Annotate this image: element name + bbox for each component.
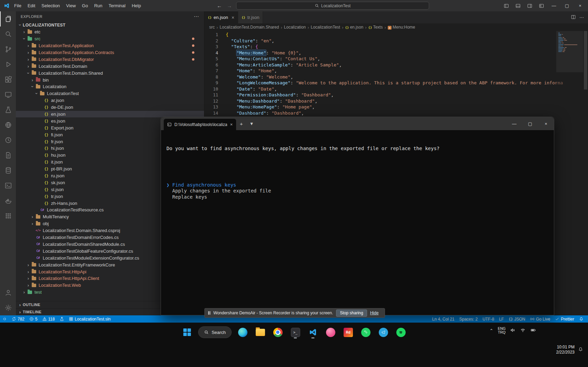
tree-item[interactable]: ›etc	[16, 29, 204, 35]
terminal-content[interactable]: Do you want to find asynchronous keys, a…	[161, 130, 554, 315]
status-go-live[interactable]: Go Live	[528, 315, 552, 323]
activitybar-docs[interactable]	[0, 148, 16, 163]
minimize-button[interactable]: —	[548, 1, 560, 10]
customize-layout-icon[interactable]	[536, 2, 547, 10]
activitybar-settings[interactable]	[0, 300, 16, 315]
activitybar-remote-explorer[interactable]	[0, 87, 16, 102]
activitybar-testing[interactable]	[0, 102, 16, 117]
taskbar-app-spotify[interactable]	[394, 326, 407, 339]
menu-selection[interactable]: Selection	[38, 2, 63, 9]
tree-item[interactable]: ›LocalizationTest	[16, 90, 204, 97]
minimap[interactable]	[556, 31, 583, 315]
terminal-minimize-button[interactable]: —	[506, 117, 522, 130]
breadcrumb-item[interactable]: a Menu:Home	[388, 25, 415, 30]
close-button[interactable]: ×	[574, 1, 586, 10]
activitybar-database[interactable]	[0, 163, 16, 178]
status-782[interactable]: 782	[9, 315, 27, 323]
terminal-option[interactable]: ❯ Find asynchronous keys	[166, 182, 548, 188]
tree-item[interactable]: ›LocalizationTest.Application.Contracts	[16, 49, 204, 56]
toggle-sidebar-icon[interactable]	[501, 2, 511, 10]
code-line[interactable]: 2"Culture": "en",	[204, 38, 554, 44]
taskbar-app-pink-app[interactable]	[324, 326, 337, 339]
status-bell[interactable]	[577, 315, 586, 323]
menu-help[interactable]: Help	[129, 2, 144, 9]
status-lf[interactable]: LF	[497, 315, 506, 323]
taskbar-app-telegram[interactable]	[377, 326, 390, 339]
status-beaker[interactable]	[57, 315, 67, 323]
tree-item[interactable]: ›{}ar.json	[16, 97, 204, 104]
back-arrow-icon[interactable]: ←	[216, 3, 223, 9]
stop-sharing-button[interactable]: Stop sharing	[336, 310, 367, 317]
status-remote[interactable]	[0, 315, 9, 323]
activitybar-source-control[interactable]	[0, 42, 16, 57]
terminal-tab[interactable]: D:\Volosoft\abp\tools\localiza ×	[164, 119, 236, 130]
status-prettier[interactable]: Prettier	[552, 315, 577, 323]
activitybar-docker[interactable]	[0, 193, 16, 208]
tree-item[interactable]: ›bin	[16, 76, 204, 83]
terminal-drag-area[interactable]	[257, 117, 506, 130]
code-line[interactable]: 3"Texts": {	[204, 44, 554, 50]
tree-item[interactable]: ›LocalizationTest.Domain	[16, 63, 204, 70]
editor-scrollbar[interactable]	[583, 31, 588, 315]
toggle-panel-icon[interactable]	[513, 2, 523, 10]
start-button[interactable]	[181, 326, 194, 339]
code-line[interactable]: 8"Welcome": "Welcome",	[204, 74, 554, 80]
taskbar-app-rider[interactable]: Rd	[342, 326, 355, 339]
wifi-icon[interactable]	[520, 327, 526, 334]
activitybar-terminal[interactable]	[0, 178, 16, 193]
status-utf-8[interactable]: UTF-8	[480, 315, 497, 323]
tree-item[interactable]: ›src	[16, 35, 204, 42]
menu-edit[interactable]: Edit	[24, 2, 38, 9]
tab-tr.json[interactable]: {}tr.json	[238, 11, 263, 23]
code-line[interactable]: 12"Menu:Dashboard": "Dashboard",	[204, 98, 554, 104]
hide-link[interactable]: Hide	[370, 311, 379, 315]
status-json[interactable]: {}JSON	[506, 315, 528, 323]
minimap-slider[interactable]	[556, 31, 583, 72]
terminal-maximize-button[interactable]: ▢	[522, 117, 538, 130]
activitybar-extensions[interactable]	[0, 72, 16, 87]
tree-item[interactable]: ›LocalizationTest.Application	[16, 42, 204, 49]
tree-root[interactable]: ›LOCALIZATIONTEST	[16, 22, 204, 29]
breadcrumb[interactable]: src›LocalizationTest.Domain.Shared›Local…	[204, 23, 588, 31]
tree-item[interactable]: ›Localization	[16, 83, 204, 90]
explorer-more-actions-icon[interactable]: ⋯	[194, 13, 199, 20]
split-editor-icon[interactable]	[571, 14, 576, 21]
status-localizationtest-sln[interactable]: LocalizationTest.sln	[67, 315, 113, 323]
activitybar-live-preview[interactable]	[0, 117, 16, 133]
activitybar-account[interactable]	[0, 285, 16, 300]
menu-run[interactable]: Run	[91, 2, 105, 9]
code-line[interactable]: 9"LongWelcomeMessage": "Welcome to the a…	[204, 80, 554, 86]
clock-area[interactable]: 10:01 PM 2/22/2023	[556, 345, 583, 355]
terminal-dropdown-icon[interactable]: ▾	[246, 117, 257, 130]
breadcrumb-item[interactable]: src	[209, 25, 215, 30]
taskbar-app-edge[interactable]	[236, 326, 249, 339]
notification-bell-icon[interactable]	[578, 347, 583, 353]
terminal-option[interactable]: Apply changes in the exported file	[166, 188, 548, 194]
breadcrumb-item[interactable]: LocalizationTest	[311, 25, 340, 30]
code-line[interactable]: 13"Menu:HomePage": "Home page",	[204, 104, 554, 110]
status-spaces-2[interactable]: Spaces: 2	[457, 315, 480, 323]
taskbar-search[interactable]: Search	[198, 326, 232, 339]
activitybar-explorer[interactable]	[0, 11, 16, 27]
code-line[interactable]: 7"Home": "Home",	[204, 68, 554, 74]
taskbar-app-vscode[interactable]	[306, 326, 320, 339]
status-5[interactable]: 5	[27, 315, 40, 323]
close-tab-icon[interactable]: ×	[232, 15, 234, 20]
volume-icon[interactable]	[510, 327, 516, 334]
terminal-option[interactable]: Replace keys	[166, 194, 548, 200]
menu-go[interactable]: Go	[79, 2, 91, 9]
tab-en.json[interactable]: {}en.json×	[204, 11, 238, 23]
breadcrumb-item[interactable]: {} en.json	[345, 25, 363, 30]
tree-item[interactable]: ›LocalizationTest.Domain.Shared	[16, 70, 204, 76]
taskbar-app-file-explorer[interactable]	[254, 326, 267, 339]
terminal-title-bar[interactable]: D:\Volosoft\abp\tools\localiza × + ▾ — ▢…	[161, 117, 554, 130]
activitybar-clock[interactable]	[0, 133, 16, 148]
activitybar-apps[interactable]	[0, 208, 16, 223]
terminal-close-button[interactable]: ×	[538, 117, 554, 130]
taskbar-app-whatsapp[interactable]	[359, 326, 372, 339]
code-line[interactable]: 10"Date": "Date",	[204, 86, 554, 92]
command-center-search[interactable]: LocalizationTest	[236, 2, 429, 10]
language-indicator[interactable]: ENGTRQ	[498, 327, 506, 334]
terminal-window[interactable]: D:\Volosoft\abp\tools\localiza × + ▾ — ▢…	[161, 117, 554, 315]
taskbar-app-chrome[interactable]	[271, 326, 284, 339]
